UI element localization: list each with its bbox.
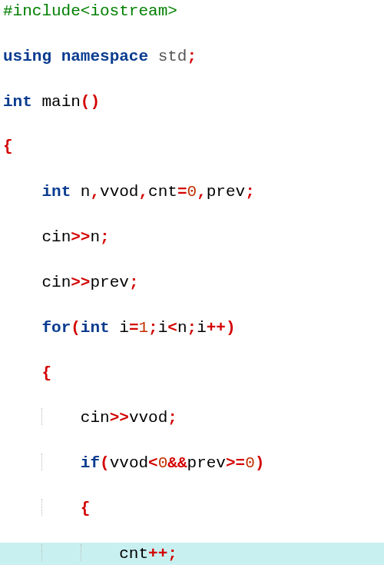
code-token: ;: [167, 409, 177, 427]
code-token: [110, 319, 120, 337]
code-line: cin>>n;: [0, 226, 384, 248]
code-token: 1: [138, 319, 148, 337]
code-line: for(int i=1;i<n;i++): [0, 317, 384, 339]
code-token: #include<iostream>: [3, 2, 177, 20]
code-token: std: [158, 48, 187, 65]
code-line: cnt++;: [0, 543, 384, 565]
code-token: {: [81, 500, 91, 517]
code-line: cin>>vvod;: [0, 407, 384, 429]
code-token: namespace: [61, 48, 148, 65]
code-token: for: [41, 319, 71, 337]
code-line: {: [0, 362, 384, 384]
code-token: ,: [197, 183, 207, 201]
code-token: if: [81, 454, 100, 472]
code-token: main: [41, 93, 80, 111]
code-token: ): [255, 454, 265, 472]
code-token: >=: [226, 454, 245, 472]
code-token: (: [71, 319, 81, 337]
code-token: ;: [167, 545, 177, 563]
code-token: cnt: [119, 545, 148, 563]
code-token: vvod: [100, 183, 138, 201]
indent-guide: [41, 408, 42, 425]
code-token: ;: [148, 319, 158, 337]
indent-guide: [41, 453, 42, 470]
code-token: ,: [90, 183, 100, 201]
code-token: vvod: [129, 409, 167, 427]
code-token: i: [197, 319, 207, 337]
code-token: cnt: [148, 183, 177, 201]
code-token: i: [158, 319, 168, 337]
code-line: {: [0, 497, 384, 520]
code-line: using namespace std;: [0, 45, 384, 68]
code-token: n: [81, 183, 91, 201]
code-token: (: [100, 454, 110, 472]
code-token: ;: [187, 319, 197, 337]
code-token: 0: [187, 183, 197, 201]
code-token: n: [177, 319, 187, 337]
code-token: int: [3, 93, 32, 111]
code-token: (): [81, 93, 100, 111]
code-token: using: [3, 48, 51, 65]
code-token: >>: [71, 274, 90, 291]
code-token: >>: [71, 228, 90, 246]
code-line: #include<iostream>: [0, 0, 384, 22]
code-token: [71, 183, 81, 201]
code-token: ++: [148, 545, 167, 563]
code-token: i: [119, 319, 129, 337]
code-token: &&: [167, 454, 187, 472]
code-token: {: [41, 364, 51, 382]
code-token: =: [177, 183, 187, 201]
code-token: ): [226, 319, 236, 337]
code-line: {: [0, 135, 384, 158]
code-token: ;: [245, 183, 255, 201]
code-token: n: [90, 228, 100, 246]
code-token: ;: [187, 48, 197, 65]
code-token: =: [129, 319, 139, 337]
code-token: int: [41, 183, 71, 201]
code-token: [32, 93, 42, 111]
code-token: <: [167, 319, 177, 337]
indent-guide: [41, 499, 42, 516]
code-line: if(vvod<0&&prev>=0): [0, 452, 384, 474]
code-token: prev: [90, 274, 128, 291]
code-token: int: [81, 319, 110, 337]
code-token: ++: [207, 319, 226, 337]
code-token: >>: [110, 409, 129, 427]
code-line: cin>>prev;: [0, 271, 384, 294]
code-token: [148, 48, 158, 65]
indent-guide: [41, 544, 42, 561]
code-token: prev: [207, 183, 245, 201]
code-token: cin: [81, 409, 110, 427]
code-token: 0: [158, 454, 168, 472]
indent-guide: [81, 544, 81, 561]
code-token: {: [3, 138, 13, 155]
code-token: prev: [187, 454, 226, 472]
code-token: 0: [245, 454, 255, 472]
code-token: <: [148, 454, 158, 472]
code-line: int n,vvod,cnt=0,prev;: [0, 181, 384, 203]
code-token: cin: [41, 228, 71, 246]
code-token: cin: [41, 274, 71, 291]
code-token: [51, 48, 61, 65]
code-token: ,: [138, 183, 148, 201]
code-token: ;: [100, 228, 110, 246]
code-editor: #include<iostream> using namespace std; …: [0, 0, 384, 588]
code-line: int main(): [0, 91, 384, 113]
code-token: vvod: [110, 454, 148, 472]
code-token: ;: [129, 274, 139, 291]
